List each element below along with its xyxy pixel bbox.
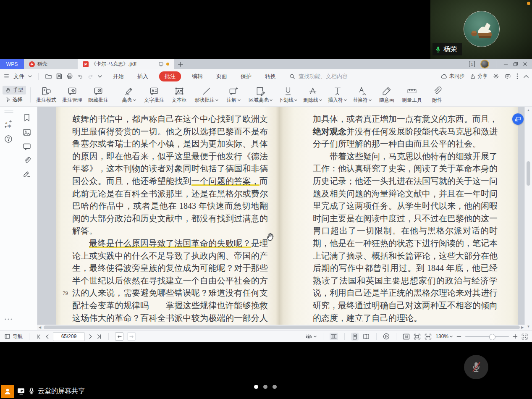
help-icon[interactable]	[4, 135, 13, 143]
zoom-slider-handle[interactable]	[489, 334, 495, 340]
translate-icon[interactable]: a中	[4, 120, 13, 129]
settings-gear-icon[interactable]	[493, 73, 499, 79]
tool-shape-annotation[interactable]: 形状批注	[191, 85, 221, 105]
tool-annotation-manage[interactable]: 批注管理	[59, 85, 85, 105]
window-list-button[interactable]: 1	[469, 61, 476, 67]
hand-tool-button[interactable]: 手型	[3, 86, 26, 94]
scroll-up-arrow[interactable]: ▲	[527, 109, 530, 112]
undo-icon[interactable]	[77, 74, 84, 79]
scroll-down-arrow[interactable]: ▼	[527, 325, 530, 328]
last-page-button[interactable]	[97, 334, 102, 339]
horizontal-scroll-thumb[interactable]	[44, 326, 520, 329]
fit-width-icon[interactable]	[425, 333, 432, 340]
zoom-level-button[interactable]: 130%	[435, 333, 453, 339]
scroll-right-arrow[interactable]: ▶	[521, 326, 524, 329]
tool-freehand[interactable]: 随意画	[375, 85, 399, 105]
redo-icon[interactable]	[87, 74, 94, 79]
single-page-view-button[interactable]	[351, 333, 359, 341]
tool-note[interactable]: 注解	[221, 85, 246, 105]
page-number-input[interactable]: 65/209	[53, 332, 85, 341]
menu-item-edit[interactable]: 编辑	[189, 71, 205, 81]
autoplay-icon[interactable]	[383, 333, 390, 340]
pdf-book-spread[interactable]: 鼓舞的书信中，都声称自己在这个中心找到了欧洲文明里最值得赞赏的一切。他之所以选择…	[56, 107, 518, 325]
vertical-scroll-thumb[interactable]	[527, 161, 530, 186]
sync-status[interactable]: 未同步	[440, 73, 464, 80]
panel-drag-handle[interactable]	[4, 110, 13, 113]
toolbar-more-icon[interactable]	[98, 75, 102, 78]
menu-item-page[interactable]: 页面	[214, 71, 230, 81]
bookmark-icon[interactable]	[23, 113, 31, 122]
hamburger-icon[interactable]	[3, 74, 10, 79]
history-forward-button[interactable]	[127, 332, 136, 341]
collapse-ribbon-icon[interactable]	[524, 75, 529, 78]
zoom-in-button[interactable]	[513, 334, 518, 339]
double-page-icon[interactable]	[362, 333, 370, 340]
tool-annotation-mode[interactable]: 批注模式	[33, 85, 59, 105]
tool-measure[interactable]: 测量工具	[399, 85, 425, 105]
open-file-icon[interactable]	[45, 73, 52, 79]
new-tab-button[interactable]	[174, 59, 187, 69]
tool-area-highlight[interactable]: 区域高亮	[246, 85, 275, 105]
tool-text-annotation[interactable]: 文字批注	[141, 85, 167, 105]
zoom-out-button[interactable]	[456, 334, 461, 339]
mic-muted-button[interactable]	[464, 355, 488, 379]
vertical-scrollbar[interactable]: ▲ ▼	[524, 107, 532, 330]
minimize-button[interactable]	[503, 61, 508, 67]
history-back-button[interactable]	[115, 332, 123, 341]
close-button[interactable]	[522, 61, 528, 67]
horizontal-scrollbar[interactable]: ◀ ▶	[37, 325, 525, 330]
restore-button[interactable]	[513, 61, 518, 67]
pdf-right-page-text: 加具体，或者真正增加一点有意义的东西。而且，绝对观念并没有任何发展阶段能代表马克…	[313, 113, 498, 330]
scroll-left-arrow[interactable]: ◀	[38, 326, 42, 329]
tool-hide-annotation[interactable]: 隐藏批注	[85, 85, 111, 105]
tool-attachment[interactable]: 附件	[425, 85, 449, 105]
search-box[interactable]	[289, 73, 362, 80]
participant-nameplate: 杨荣	[432, 43, 462, 55]
tab-docer[interactable]: ☘ 稻壳	[24, 59, 78, 69]
tool-insert-caret[interactable]: 插入符	[325, 85, 350, 105]
tool-underline[interactable]: 下划线	[275, 85, 300, 105]
carousel-dot-active[interactable]	[254, 385, 258, 389]
previous-page-button[interactable]	[45, 334, 49, 339]
carousel-dot[interactable]	[273, 385, 277, 389]
tool-text-box[interactable]: 文本框	[167, 85, 191, 105]
select-tool-button[interactable]: 选择	[3, 95, 26, 104]
file-menu[interactable]: 文件	[13, 73, 24, 80]
eye-protection-button[interactable]	[305, 333, 317, 339]
menu-item-protect[interactable]: 保护	[238, 71, 254, 81]
attachment-icon[interactable]	[23, 156, 31, 165]
rail-more-icon[interactable]	[4, 318, 13, 320]
zoom-slider[interactable]	[465, 336, 509, 337]
tool-replace-caret[interactable]: 替换符	[350, 85, 375, 105]
feedback-bubble-icon[interactable]	[505, 74, 511, 79]
tool-highlight[interactable]: 高亮	[117, 85, 141, 105]
wps-home-button[interactable]: WPS	[0, 59, 24, 69]
dropdown-caret-icon	[238, 99, 241, 101]
menu-item-insert[interactable]: 插入	[135, 71, 151, 81]
actual-size-icon[interactable]	[403, 333, 410, 340]
search-input[interactable]	[298, 73, 362, 80]
signature-icon[interactable]	[23, 170, 31, 178]
carousel-dot[interactable]	[263, 385, 267, 389]
fit-window-button[interactable]	[330, 333, 338, 340]
webcam-tile[interactable]: 杨荣	[430, 0, 532, 59]
print-icon[interactable]	[66, 73, 73, 79]
comment-icon[interactable]	[23, 142, 31, 151]
fit-page-icon[interactable]	[414, 333, 421, 340]
tab-document[interactable]: P 《卡尔·马克思》.pdf	[78, 59, 174, 69]
export-image-fab[interactable]	[512, 113, 524, 125]
first-page-button[interactable]	[36, 334, 41, 339]
menu-item-convert[interactable]: 转换	[262, 71, 278, 81]
more-menu-icon[interactable]	[516, 73, 518, 79]
save-icon[interactable]	[56, 73, 63, 79]
menu-item-comment-active[interactable]: 批注	[159, 71, 181, 81]
image-icon[interactable]	[23, 128, 31, 136]
fullscreen-icon[interactable]	[522, 333, 528, 340]
navigation-toggle[interactable]: 导航	[4, 333, 23, 340]
share-button[interactable]: 分享	[470, 73, 487, 80]
next-page-button[interactable]	[89, 334, 93, 339]
menu-item-start[interactable]: 开始	[110, 71, 126, 81]
carousel-dots[interactable]	[254, 385, 277, 389]
tool-strikethrough[interactable]: 删除线	[300, 85, 325, 105]
account-avatar[interactable]	[480, 60, 489, 68]
